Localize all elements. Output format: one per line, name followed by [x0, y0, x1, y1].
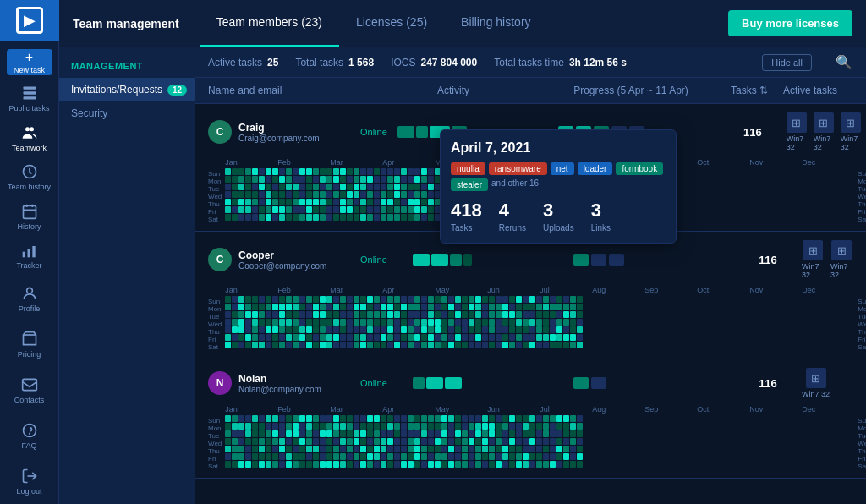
logo-icon: ▶ [16, 7, 43, 34]
tasks-count: 116 [734, 254, 802, 266]
total-tasks-time-stat: Total tasks time 3h 12m 56 s [494, 57, 627, 68]
sidebar-item-security[interactable]: Security [59, 101, 195, 125]
stats-bar: Active tasks 25 Total tasks 1 568 IOCS 2… [195, 47, 866, 78]
sidebar-item-teamwork[interactable]: Teamwork [0, 118, 59, 158]
member-header: C Cooper Cooper@company.com Online [208, 240, 852, 279]
tab-licenses[interactable]: Licenses (25) [339, 0, 444, 47]
tooltip-date: April 7, 2021 [451, 140, 666, 156]
tag-other: and other 16 [491, 178, 539, 191]
tooltip-stat-tasks: 418 Tasks [451, 200, 482, 233]
col-header-activity: Activity [360, 85, 546, 96]
active-tasks-stat: Active tasks 25 [208, 57, 278, 68]
member-avatar: C [208, 120, 232, 144]
member-status: Online [360, 127, 387, 137]
col-header-name: Name and email [208, 85, 360, 96]
content-area: Management Invitations/Requests 12 Secur… [59, 47, 866, 504]
tasks-count: 116 [719, 126, 787, 139]
svg-rect-6 [23, 205, 36, 218]
tasks-count: 116 [734, 377, 802, 390]
sidebar-item-team-history[interactable]: Team history [0, 157, 59, 197]
sidebar-item-tracker[interactable]: Tracker [0, 236, 59, 276]
windows-icon: ⊞ [803, 240, 823, 260]
member-info: Craig Craig@company.com [238, 122, 360, 143]
tag-net: net [551, 162, 574, 175]
iocs-stat: IOCS 247 804 000 [391, 57, 477, 68]
member-card-craig: C Craig Craig@company.com Online [195, 104, 866, 232]
total-tasks-value: 1 568 [348, 57, 374, 68]
svg-rect-2 [23, 96, 36, 99]
active-tasks: ⊞ Win7 32 [802, 368, 852, 398]
sidebar-item-logout[interactable]: Log out [0, 458, 59, 504]
new-task-button[interactable]: + New task [7, 49, 52, 75]
win-badge: ⊞ Win7 32 [787, 112, 807, 151]
search-button[interactable]: 🔍 [836, 54, 852, 70]
management-section-title: Management [59, 54, 195, 78]
win-badge: ⊞ Win7 32 [802, 240, 824, 279]
tag-ransomware: ransomware [489, 162, 547, 175]
active-tasks-value: 25 [267, 57, 278, 68]
sidebar-item-faq[interactable]: FAQ [0, 413, 59, 458]
svg-rect-8 [27, 249, 30, 258]
tag-stealer: stealer [451, 178, 488, 191]
top-nav: Team management Team members (23) Licens… [59, 0, 866, 47]
tooltip-stat-reruns: 4 Reruns [499, 200, 526, 233]
progress-area [565, 254, 734, 266]
buy-more-licenses-button[interactable]: Buy more licenses [728, 10, 852, 36]
tab-billing[interactable]: Billing history [444, 0, 547, 47]
win-badge: ⊞ Win7 32 [814, 112, 834, 151]
tooltip: April 7, 2021 nuulia ransomware net load… [440, 129, 677, 244]
progress-area [565, 377, 734, 389]
sidebar-item-invitations[interactable]: Invitations/Requests 12 [59, 78, 195, 101]
member-name: Craig [238, 122, 360, 134]
member-info: Nolan Nolan@company.com [238, 373, 360, 394]
right-panel: Active tasks 25 Total tasks 1 568 IOCS 2… [195, 47, 866, 504]
sidebar: ▶ + New task Public tasks Teamwork Team … [0, 0, 59, 504]
member-status: Online [360, 378, 403, 388]
tooltip-stats: 418 Tasks 4 Reruns 3 Uploads [451, 200, 666, 233]
col-header-tasks[interactable]: Tasks ⇅ [715, 85, 783, 96]
tag-loader: loader [578, 162, 613, 175]
windows-icon: ⊞ [806, 368, 826, 388]
tag-nuulia: nuulia [451, 162, 485, 175]
svg-point-4 [30, 127, 34, 131]
members-list: C Craig Craig@company.com Online [195, 104, 866, 504]
svg-point-3 [25, 127, 30, 131]
win-badge: ⊞ Win7 32 [830, 240, 852, 279]
nav-tabs: Team members (23) Licenses (25) Billing … [200, 0, 728, 47]
sidebar-item-contacts[interactable]: Contacts [0, 367, 59, 413]
logo[interactable]: ▶ [0, 0, 59, 41]
hide-all-button[interactable]: Hide all [762, 54, 812, 71]
tag-formbook: formbook [616, 162, 663, 175]
active-tasks: ⊞ Win7 32 ⊞ Win7 32 [802, 240, 852, 279]
svg-rect-7 [22, 252, 25, 258]
member-avatar: C [208, 248, 232, 271]
windows-icon: ⊞ [787, 112, 807, 133]
tooltip-tags: nuulia ransomware net loader formbook st… [451, 162, 666, 191]
windows-icon: ⊞ [814, 112, 834, 133]
tab-team-members[interactable]: Team members (23) [200, 0, 339, 47]
svg-rect-11 [22, 379, 36, 390]
windows-icon: ⊞ [831, 240, 852, 260]
sidebar-item-public-tasks[interactable]: Public tasks [0, 79, 59, 118]
col-header-progress: Progress (5 Apr ~ 11 Apr) [546, 85, 715, 96]
invitations-badge: 12 [167, 85, 187, 96]
total-tasks-stat: Total tasks 1 568 [295, 57, 374, 68]
left-panel: Management Invitations/Requests 12 Secur… [59, 47, 195, 504]
active-tasks: ⊞ Win7 32 ⊞ Win7 32 ⊞ Win7 32 [787, 112, 861, 151]
main-content: Team management Team members (23) Licens… [59, 0, 866, 504]
sidebar-item-profile[interactable]: Profile [0, 276, 59, 321]
heatmap-cooper: SunMonTueWedThuFriSatJanFebMarAprMayJunJ… [208, 286, 852, 350]
member-card-nolan: N Nolan Nolan@company.com Online [195, 359, 866, 479]
col-header-active-tasks: Active tasks [783, 85, 852, 96]
svg-rect-9 [32, 246, 35, 257]
sidebar-item-history[interactable]: History [0, 197, 59, 237]
iocs-value: 247 804 000 [420, 57, 477, 68]
tooltip-stat-links: 3 Links [591, 200, 611, 233]
sidebar-item-pricing[interactable]: Pricing [0, 321, 59, 367]
member-info: Cooper Cooper@company.com [238, 249, 360, 271]
member-avatar: N [208, 371, 232, 395]
member-status: Online [360, 255, 403, 265]
member-email: Nolan@company.com [238, 385, 360, 394]
member-card-cooper: C Cooper Cooper@company.com Online [195, 232, 866, 359]
win-badge: ⊞ Win7 32 [841, 112, 861, 151]
